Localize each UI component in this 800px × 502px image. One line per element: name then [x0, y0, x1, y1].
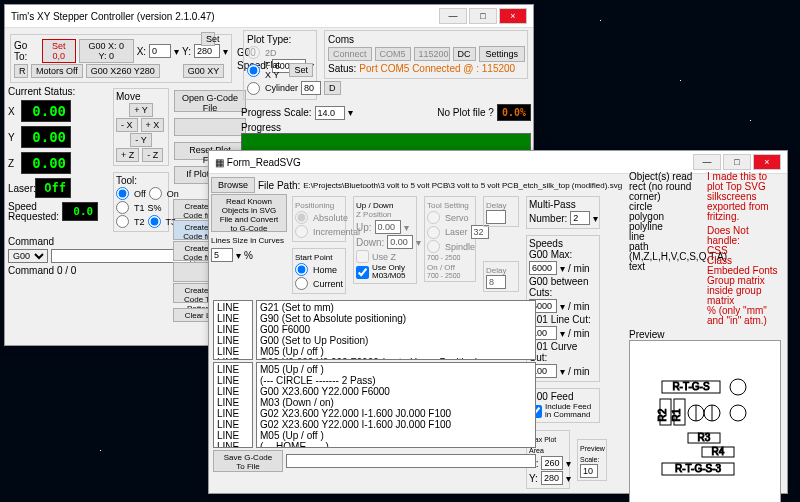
x-lcd: 0.00	[21, 100, 71, 122]
progress-scale-input[interactable]	[315, 106, 345, 120]
main-title: Tim's XY Stepper Controller (version 2.1…	[11, 11, 215, 22]
y-lcd: 0.00	[21, 126, 71, 148]
set-button[interactable]: Set	[201, 32, 215, 46]
form-icon: ▦	[215, 157, 224, 168]
x-input[interactable]	[149, 44, 171, 58]
spindle-radio	[427, 240, 440, 253]
down-input	[387, 235, 413, 249]
y-input[interactable]	[194, 44, 220, 58]
main-titlebar: Tim's XY Stepper Controller (version 2.1…	[5, 5, 533, 28]
current-radio[interactable]	[295, 277, 308, 290]
speed-req-label2: Requested:	[8, 213, 59, 221]
g00x260-button[interactable]: G00 X260 Y280	[86, 64, 160, 78]
coms-label: Coms	[328, 34, 354, 45]
status-label: Satus:	[328, 63, 356, 74]
command-label: Command	[8, 236, 54, 247]
settings-button[interactable]: Settings	[479, 46, 526, 62]
home-radio[interactable]	[295, 263, 308, 276]
connect-button[interactable]: Connect	[328, 47, 372, 61]
minimize-btn[interactable]: —	[439, 8, 467, 24]
move-label: Move	[116, 91, 140, 102]
neg-z-button[interactable]: - Z	[142, 148, 163, 162]
y-label: Y:	[182, 46, 191, 57]
svg-minimize-btn[interactable]: —	[693, 154, 721, 170]
svg-point-2	[730, 379, 746, 395]
preview-scale-input[interactable]	[580, 464, 598, 478]
notes-list: CSS Class Embeded Fonts Group matrix ins…	[707, 246, 783, 326]
objects-list-1[interactable]: LINELINELINELINELINELINELINELINELINELINE…	[213, 300, 253, 360]
plus-z-button[interactable]: + Z	[116, 148, 139, 162]
maximize-btn[interactable]: □	[469, 8, 497, 24]
svg-maximize-btn[interactable]: □	[723, 154, 751, 170]
g00xy2-button[interactable]: G00 XY	[183, 64, 225, 78]
maxx-input[interactable]	[541, 456, 563, 470]
svg-title: Form_ReadSVG	[227, 157, 301, 168]
no-plot-label: No Plot file ?	[437, 107, 494, 118]
objects-read-list: rect (no round corner) circle polygon po…	[629, 182, 701, 272]
progress-scale-label: Progress Scale:	[241, 107, 312, 118]
status-text: Port COM5 Connected @ : 115200	[359, 63, 515, 74]
cyl-input[interactable]	[301, 81, 321, 95]
g00max-input[interactable]	[529, 261, 557, 275]
incremental-radio	[295, 225, 308, 238]
read-known-button[interactable]: Read Known Objects in SVG File and Conve…	[211, 194, 287, 232]
goto-label: Go To:	[14, 40, 39, 62]
svg-close-btn[interactable]: ×	[753, 154, 781, 170]
cylinder-radio[interactable]	[247, 82, 260, 95]
flat-xy-radio[interactable]	[247, 64, 260, 77]
com-port[interactable]: COM5	[375, 47, 411, 61]
tool-label: Tool:	[116, 175, 137, 186]
laser-tool-radio	[427, 226, 440, 239]
command-input[interactable]	[51, 249, 191, 263]
dc-button[interactable]: DC	[453, 47, 476, 61]
off-radio[interactable]	[116, 187, 129, 200]
close-btn[interactable]: ×	[499, 8, 527, 24]
svg-point-9	[730, 405, 746, 421]
laser-lcd: Off	[35, 178, 71, 198]
y-status-label: Y	[8, 132, 18, 143]
z-lcd: 0.00	[21, 152, 71, 174]
file-path-label: File Path:	[258, 180, 300, 191]
plus-y-button[interactable]: + Y	[129, 103, 153, 117]
r-button[interactable]: R	[14, 64, 28, 78]
browse-button[interactable]: Browse	[211, 177, 255, 193]
use-only-check[interactable]	[356, 266, 369, 279]
laser-label: Laser:	[8, 183, 32, 194]
command-select[interactable]: G00	[8, 249, 48, 263]
save-gcode-button[interactable]: Save G-Code To File	[213, 450, 283, 472]
notes-dnh: Does Not handle:	[707, 226, 783, 246]
svg-text:R1: R1	[671, 408, 682, 421]
gcode-list-1[interactable]: G21 (Set to mm)G90 (Set to Absolute posi…	[256, 300, 536, 360]
maxy-input[interactable]	[541, 471, 563, 485]
objects-list-2[interactable]: LINELINELINELINELINELINELINELINE--- text…	[213, 362, 253, 448]
svg-text:R-T-G-S-3: R-T-G-S-3	[675, 463, 722, 474]
motors-off-button[interactable]: Motors Off	[31, 64, 83, 78]
radio-2d	[247, 46, 260, 59]
up-input	[375, 220, 401, 234]
set00-button[interactable]: Set 0,0	[42, 39, 76, 63]
t1-radio[interactable]	[116, 201, 129, 214]
lines-curves-input[interactable]	[211, 248, 233, 262]
x-status-label: X	[8, 106, 18, 117]
x-label: X:	[137, 46, 146, 57]
neg-y-button[interactable]: - Y	[130, 133, 151, 147]
baud[interactable]: 115200	[414, 47, 450, 61]
set2-button[interactable]: Set	[289, 63, 313, 77]
d-button[interactable]: D	[324, 81, 341, 95]
preview-canvas: R-T-G-S R2 R1 R3 R4 R-T	[629, 340, 781, 502]
plus-x-button[interactable]: + X	[141, 118, 165, 132]
gcode-list-2[interactable]: M05 (Up / off )(--- CIRCLE ------- 2 Pas…	[256, 362, 536, 448]
multipass-input[interactable]	[570, 211, 590, 225]
on-radio[interactable]	[149, 187, 162, 200]
plot-gcode-button	[174, 118, 246, 136]
current-status-label: Current Status:	[8, 86, 108, 97]
open-gcode-button[interactable]: Open G-Code File	[174, 90, 246, 112]
speed-req-label: Speed	[8, 203, 59, 211]
t3-radio[interactable]	[148, 215, 161, 228]
save-path-input[interactable]	[286, 454, 536, 468]
servo-radio	[427, 211, 440, 224]
z-status-label: Z	[8, 158, 18, 169]
t2-radio[interactable]	[116, 215, 129, 228]
neg-x-button[interactable]: - X	[116, 118, 138, 132]
g00xy-button[interactable]: G00 X: 0 Y: 0	[79, 39, 134, 63]
